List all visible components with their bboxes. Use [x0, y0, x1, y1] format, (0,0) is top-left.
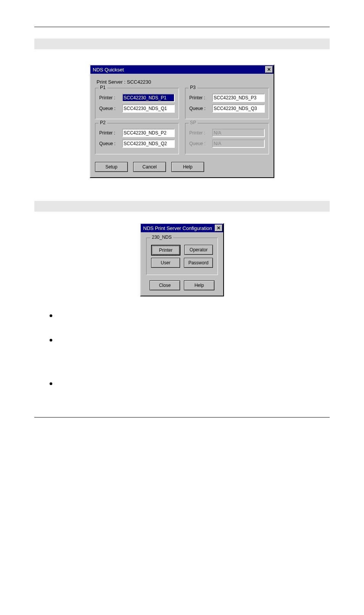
footer-rule [34, 417, 330, 418]
help-button[interactable]: Help [171, 162, 204, 172]
p3-printer-label: Printer : [189, 95, 209, 100]
sp-queue-label: Queue : [189, 141, 209, 146]
bullet-dot [50, 382, 52, 385]
sp-printer-label: Printer : [189, 130, 209, 136]
group-p3-title: P3 [188, 85, 197, 90]
close-button[interactable]: Close [150, 280, 180, 290]
group-p1-title: P1 [98, 85, 107, 90]
user-button[interactable]: User [151, 258, 180, 268]
cancel-button[interactable]: Cancel [133, 162, 166, 172]
password-button[interactable]: Password [184, 258, 213, 268]
p1-queue-input[interactable]: SCC42230_NDS_Q1 [122, 104, 175, 113]
p2-queue-input[interactable]: SCC42230_NDS_Q2 [122, 139, 175, 148]
group-p1: P1 Printer : SCC42230_NDS_P1 Queue : SCC… [95, 88, 179, 119]
psconfig-group-title: 230_NDS [150, 235, 173, 240]
quickset-window: NDS Quickset ✕ Print Server : SCC42230 P… [90, 65, 274, 178]
operator-button[interactable]: Operator [184, 245, 213, 255]
setup-button[interactable]: Setup [95, 162, 128, 172]
printer-button[interactable]: Printer [151, 245, 180, 256]
close-icon[interactable]: ✕ [265, 66, 273, 73]
quickset-title-text: NDS Quickset [93, 67, 124, 73]
help-button[interactable]: Help [184, 280, 214, 290]
group-p3: P3 Printer : SCC42230_NDS_P3 Queue : SCC… [185, 88, 269, 119]
group-sp-title: SP [188, 120, 198, 125]
p3-queue-input[interactable]: SCC42230_NDS_Q3 [212, 104, 265, 113]
sp-printer-input: N/A [212, 129, 265, 137]
p1-printer-input[interactable]: SCC42230_NDS_P1 [122, 94, 175, 102]
group-sp: SP Printer : N/A Queue : N/A [185, 123, 269, 154]
psconfig-group: 230_NDS Printer Operator User Password [146, 238, 218, 275]
print-server-label: Print Server : SCC42230 [95, 78, 269, 88]
p2-queue-label: Queue : [99, 141, 119, 146]
figure-psconfig: NDS Print Server Configuration ✕ 230_NDS… [34, 223, 330, 296]
group-p2-title: P2 [98, 120, 107, 125]
header-rule [34, 27, 330, 27]
close-icon[interactable]: ✕ [215, 225, 222, 231]
p1-queue-label: Queue : [99, 106, 119, 111]
figure-quickset: NDS Quickset ✕ Print Server : SCC42230 P… [34, 65, 330, 178]
psconfig-titlebar: NDS Print Server Configuration ✕ [141, 224, 223, 232]
sp-queue-input: N/A [212, 139, 265, 148]
p2-printer-label: Printer : [99, 130, 119, 136]
psconfig-window: NDS Print Server Configuration ✕ 230_NDS… [140, 223, 224, 296]
section-heading-bar-2 [34, 201, 330, 212]
p2-printer-input[interactable]: SCC42230_NDS_P2 [122, 129, 175, 137]
section-heading-bar [34, 39, 330, 49]
quickset-titlebar: NDS Quickset ✕ [90, 65, 274, 74]
psconfig-title-text: NDS Print Server Configuration [143, 225, 212, 231]
bullet-dot [50, 339, 52, 341]
p3-queue-label: Queue : [189, 106, 209, 111]
bullet-dot [50, 314, 52, 317]
bullet-list [50, 312, 330, 387]
group-p2: P2 Printer : SCC42230_NDS_P2 Queue : SCC… [95, 123, 179, 154]
p1-printer-label: Printer : [99, 95, 119, 100]
p3-printer-input[interactable]: SCC42230_NDS_P3 [212, 94, 265, 102]
